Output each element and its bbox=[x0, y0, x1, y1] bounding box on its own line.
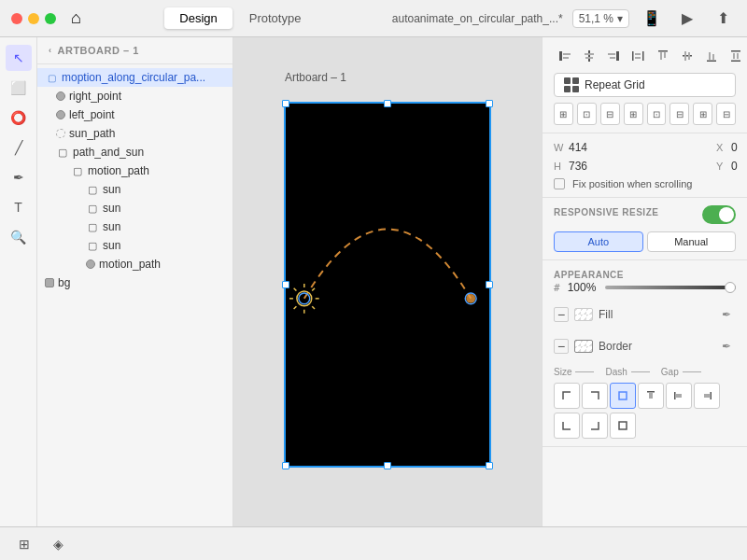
align-left-btn[interactable] bbox=[554, 45, 576, 67]
layer-sun-path[interactable]: sun_path bbox=[37, 124, 233, 143]
align-inner-right-btn[interactable] bbox=[694, 383, 720, 409]
align-bottom-btn[interactable] bbox=[700, 45, 723, 67]
share-button[interactable]: ⬆ bbox=[710, 6, 736, 32]
select-tool[interactable]: ↖ bbox=[6, 45, 32, 71]
align-middle-btn[interactable] bbox=[676, 45, 698, 67]
opacity-thumb[interactable] bbox=[725, 282, 736, 293]
corner-tr-btn[interactable] bbox=[582, 383, 608, 409]
svg-rect-13 bbox=[563, 53, 571, 55]
layer-path-and-sun[interactable]: ▢ path_and_sun bbox=[37, 143, 233, 161]
home-icon[interactable]: ⌂ bbox=[71, 8, 81, 28]
layer-sun-1[interactable]: ▢ sun bbox=[37, 180, 233, 199]
distribute-v-btn[interactable] bbox=[725, 45, 747, 67]
height-field: H bbox=[554, 160, 709, 173]
responsive-resize-toggle[interactable] bbox=[702, 205, 736, 224]
rg-action-5[interactable]: ⊡ bbox=[647, 103, 667, 125]
tab-design[interactable]: Design bbox=[164, 7, 232, 29]
fill-preview[interactable] bbox=[574, 308, 593, 321]
tab-prototype[interactable]: Prototype bbox=[234, 7, 317, 29]
text-tool[interactable]: T bbox=[6, 194, 32, 220]
rg-action-8[interactable]: ⊟ bbox=[716, 103, 736, 125]
align-inner-left-btn[interactable] bbox=[666, 383, 692, 409]
opacity-grid-icon: # bbox=[554, 282, 560, 294]
border-preview[interactable] bbox=[574, 340, 593, 353]
layer-motion-path-folder[interactable]: ▢ motion_path bbox=[37, 161, 233, 180]
align-top-btn[interactable] bbox=[652, 45, 674, 67]
border-remove-btn[interactable]: − bbox=[554, 339, 569, 354]
layer-label: motion_path bbox=[99, 258, 161, 271]
device-icon[interactable]: 📱 bbox=[639, 6, 665, 32]
zoom-tool[interactable]: 🔍 bbox=[6, 224, 32, 250]
fix-scroll-checkbox[interactable] bbox=[554, 178, 565, 189]
y-input[interactable] bbox=[731, 160, 747, 173]
corner-br-btn[interactable] bbox=[582, 413, 608, 439]
circle-icon bbox=[56, 110, 65, 119]
rg-action-1[interactable]: ⊞ bbox=[554, 103, 573, 125]
close-button[interactable] bbox=[11, 13, 22, 24]
rg-action-4[interactable]: ⊞ bbox=[624, 103, 643, 125]
layer-bg[interactable]: bg bbox=[37, 273, 233, 292]
stroke-gap-label: Gap bbox=[661, 367, 679, 377]
svg-rect-17 bbox=[585, 57, 593, 59]
x-input[interactable] bbox=[731, 141, 747, 154]
dimensions-section: W X ↻ H Y bbox=[543, 133, 747, 198]
opacity-value[interactable]: 100% bbox=[568, 281, 598, 294]
corner-bl-btn[interactable] bbox=[554, 413, 580, 439]
layers-toggle-btn[interactable]: ⊞ bbox=[11, 531, 37, 557]
maximize-button[interactable] bbox=[45, 13, 56, 24]
layer-moption[interactable]: ▢ moption_along_circular_pa... bbox=[37, 68, 233, 87]
layer-left-point[interactable]: left_point bbox=[37, 105, 233, 124]
line-tool[interactable]: ╱ bbox=[6, 134, 32, 161]
svg-line-9 bbox=[294, 306, 297, 309]
resize-auto-btn[interactable]: Auto bbox=[554, 231, 643, 252]
layer-right-point[interactable]: right_point bbox=[37, 87, 233, 105]
align-right-btn[interactable] bbox=[602, 45, 625, 67]
artboard[interactable] bbox=[285, 103, 490, 467]
height-input[interactable] bbox=[569, 160, 709, 173]
distribute-h-btn[interactable] bbox=[627, 45, 649, 67]
svg-rect-35 bbox=[731, 61, 740, 63]
repeat-grid-icon bbox=[564, 77, 579, 92]
play-button[interactable]: ▶ bbox=[674, 6, 700, 32]
fill-remove-btn[interactable]: − bbox=[554, 307, 569, 322]
eyedropper-border-btn[interactable]: ✒ bbox=[717, 337, 736, 356]
rectangle-tool[interactable]: ⬜ bbox=[6, 75, 32, 101]
width-input[interactable] bbox=[569, 141, 709, 154]
layers-title: ARTBOARD – 1 bbox=[58, 45, 139, 56]
responsive-resize-section: RESPONSIVE RESIZE Auto Manual bbox=[543, 198, 747, 260]
svg-line-7 bbox=[294, 288, 297, 291]
svg-rect-23 bbox=[635, 53, 641, 55]
align-center-h-btn[interactable] bbox=[578, 45, 600, 67]
svg-point-0 bbox=[299, 293, 310, 304]
repeat-grid-button[interactable]: Repeat Grid bbox=[554, 73, 736, 97]
corner-all-btn[interactable] bbox=[610, 413, 636, 439]
rg-action-2[interactable]: ⊡ bbox=[577, 103, 597, 125]
assets-btn[interactable]: ◈ bbox=[45, 531, 71, 557]
border-label: Border bbox=[599, 340, 712, 353]
eyedropper-fill-btn[interactable]: ✒ bbox=[717, 305, 736, 324]
layer-motion-path-circle[interactable]: motion_path bbox=[37, 255, 233, 273]
window-controls bbox=[11, 13, 56, 24]
svg-rect-20 bbox=[610, 57, 615, 59]
minimize-button[interactable] bbox=[28, 13, 39, 24]
alignment-section: ≡ Repeat Grid ⊞ ⊡ ⊟ ⊞ ⊡ ⊟ ⊞ ⊟ bbox=[543, 37, 747, 133]
canvas-area[interactable]: Artboard – 1 bbox=[233, 37, 542, 526]
ellipse-tool[interactable]: ⭕ bbox=[6, 105, 32, 131]
rg-action-7[interactable]: ⊞ bbox=[693, 103, 712, 125]
rg-actions: ⊞ ⊡ ⊟ ⊞ ⊡ ⊟ ⊞ ⊟ bbox=[554, 103, 736, 125]
opacity-slider[interactable] bbox=[605, 286, 736, 289]
pen-tool[interactable]: ✒ bbox=[6, 164, 32, 190]
height-y-row: H Y bbox=[554, 160, 736, 173]
corner-center-btn[interactable] bbox=[610, 383, 636, 409]
layer-sun-4[interactable]: ▢ sun bbox=[37, 236, 233, 255]
rg-action-6[interactable]: ⊟ bbox=[669, 103, 689, 125]
resize-manual-btn[interactable]: Manual bbox=[647, 231, 737, 252]
zoom-control[interactable]: 51,1 % ▾ bbox=[572, 9, 629, 28]
layer-label: path_and_sun bbox=[73, 146, 144, 159]
rg-action-3[interactable]: ⊟ bbox=[600, 103, 620, 125]
corner-tl-btn[interactable] bbox=[554, 383, 580, 409]
align-inner-top-btn[interactable] bbox=[638, 383, 664, 409]
layers-chevron[interactable]: ‹ bbox=[49, 46, 52, 55]
layer-sun-2[interactable]: ▢ sun bbox=[37, 199, 233, 217]
layer-sun-3[interactable]: ▢ sun bbox=[37, 217, 233, 236]
